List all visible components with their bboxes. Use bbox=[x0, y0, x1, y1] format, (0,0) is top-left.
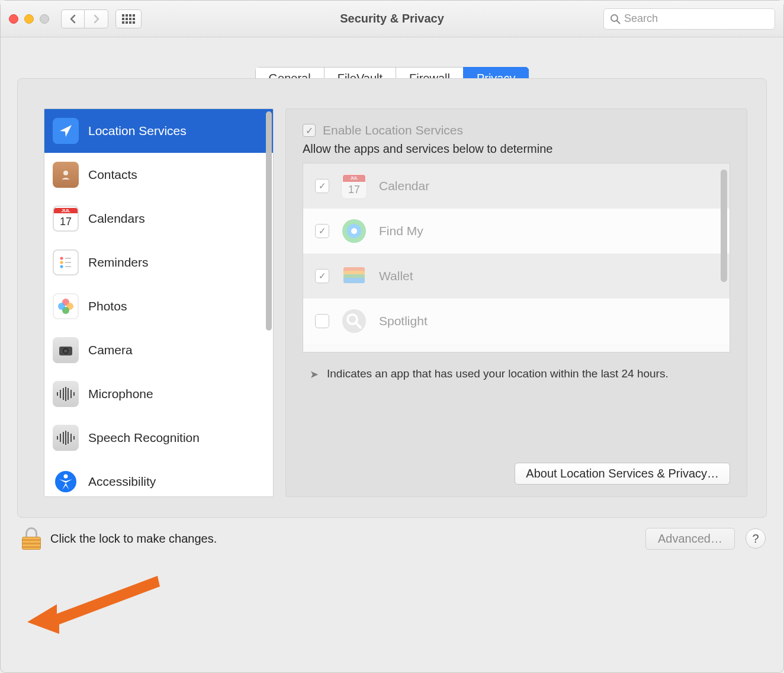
sidebar-item-speech-recognition[interactable]: Speech Recognition bbox=[44, 416, 273, 460]
location-usage-note: ➤ Indicates an app that has used your lo… bbox=[303, 366, 730, 383]
svg-point-39 bbox=[342, 309, 366, 333]
sidebar-item-accessibility[interactable]: Accessibility bbox=[44, 460, 273, 497]
sidebar-item-label: Photos bbox=[88, 299, 127, 313]
app-checkbox[interactable]: ✓ bbox=[315, 269, 329, 283]
microphone-icon bbox=[53, 381, 79, 407]
sidebar-item-label: Camera bbox=[88, 343, 133, 357]
sidebar-item-contacts[interactable]: Contacts bbox=[44, 153, 273, 197]
spotlight-app-icon bbox=[341, 308, 367, 334]
privacy-sidebar: Location Services Contacts Calendars Rem… bbox=[44, 108, 274, 497]
svg-line-1 bbox=[617, 21, 620, 24]
enable-location-label: Enable Location Services bbox=[323, 123, 463, 137]
lock-body-icon bbox=[22, 537, 41, 550]
sidebar-item-label: Contacts bbox=[88, 168, 137, 182]
svg-point-4 bbox=[60, 261, 63, 264]
app-row-calendar[interactable]: ✓ JUL 17 Calendar bbox=[303, 164, 730, 209]
svg-point-31 bbox=[64, 475, 68, 479]
lock-text: Click the lock to make changes. bbox=[50, 532, 217, 546]
speech-icon bbox=[53, 425, 79, 451]
enable-location-checkbox[interactable]: ✓ bbox=[303, 124, 316, 137]
sidebar-item-location-services[interactable]: Location Services bbox=[44, 109, 273, 153]
svg-marker-42 bbox=[27, 576, 160, 634]
app-name: Wallet bbox=[379, 269, 413, 283]
show-all-button[interactable] bbox=[115, 9, 142, 28]
app-row-spotlight[interactable]: Spotlight bbox=[303, 299, 730, 344]
instruction-text: Allow the apps and services below to det… bbox=[303, 142, 730, 156]
grid-icon bbox=[122, 14, 135, 24]
minimize-window-button[interactable] bbox=[24, 14, 34, 24]
svg-point-3 bbox=[60, 257, 63, 260]
app-row-wallet[interactable]: ✓ Wallet bbox=[303, 254, 730, 299]
app-name: Calendar bbox=[379, 179, 429, 193]
chevron-left-icon bbox=[69, 14, 76, 24]
search-input[interactable] bbox=[624, 12, 769, 25]
app-name: Spotlight bbox=[379, 314, 428, 328]
findmy-app-icon bbox=[341, 218, 367, 244]
nav-buttons bbox=[61, 9, 108, 28]
sidebar-item-label: Location Services bbox=[88, 124, 187, 138]
window-controls bbox=[9, 14, 49, 24]
lock-button[interactable] bbox=[21, 527, 42, 550]
svg-point-12 bbox=[58, 303, 65, 310]
main-panel: Location Services Contacts Calendars Rem… bbox=[17, 78, 767, 518]
zoom-window-button[interactable] bbox=[40, 14, 49, 24]
sidebar-item-microphone[interactable]: Microphone bbox=[44, 372, 273, 416]
enable-location-row: ✓ Enable Location Services bbox=[303, 123, 730, 137]
sidebar-item-calendars[interactable]: Calendars bbox=[44, 197, 273, 241]
sidebar-item-label: Accessibility bbox=[88, 475, 156, 489]
preferences-window: Security & Privacy General FileVault Fir… bbox=[0, 0, 784, 673]
sidebar-item-label: Microphone bbox=[88, 387, 153, 401]
sidebar-scrollbar[interactable] bbox=[266, 111, 272, 331]
sidebar-item-label: Calendars bbox=[88, 211, 145, 226]
calendars-icon bbox=[53, 206, 79, 232]
app-name: Find My bbox=[379, 224, 423, 238]
window-title: Security & Privacy bbox=[340, 12, 444, 25]
location-icon bbox=[53, 118, 79, 144]
search-icon bbox=[610, 14, 621, 24]
sidebar-item-camera[interactable]: Camera bbox=[44, 328, 273, 372]
help-button[interactable]: ? bbox=[746, 528, 766, 549]
titlebar: Security & Privacy bbox=[1, 1, 783, 37]
note-text: Indicates an app that has used your loca… bbox=[327, 366, 669, 383]
contacts-icon bbox=[53, 162, 79, 188]
app-row-findmy[interactable]: ✓ Find My bbox=[303, 209, 730, 254]
chevron-right-icon bbox=[93, 14, 100, 24]
accessibility-icon bbox=[53, 469, 79, 495]
svg-point-2 bbox=[63, 171, 68, 175]
wallet-app-icon bbox=[341, 263, 367, 289]
svg-rect-38 bbox=[343, 278, 365, 283]
footer: Click the lock to make changes. Advanced… bbox=[1, 518, 783, 558]
svg-point-15 bbox=[64, 350, 68, 353]
camera-icon bbox=[53, 337, 79, 363]
forward-button[interactable] bbox=[85, 9, 108, 28]
calendar-app-icon: JUL 17 bbox=[341, 173, 367, 199]
app-checkbox[interactable] bbox=[315, 314, 329, 328]
advanced-button[interactable]: Advanced… bbox=[645, 528, 735, 550]
reminders-icon bbox=[53, 249, 79, 275]
sidebar-item-photos[interactable]: Photos bbox=[44, 284, 273, 328]
back-button[interactable] bbox=[61, 9, 85, 28]
svg-point-34 bbox=[351, 228, 357, 234]
app-checkbox[interactable]: ✓ bbox=[315, 224, 329, 238]
sidebar-item-label: Reminders bbox=[88, 255, 149, 270]
privacy-content: ✓ Enable Location Services Allow the app… bbox=[285, 108, 747, 497]
about-location-button[interactable]: About Location Services & Privacy… bbox=[515, 463, 730, 485]
annotation-arrow-icon bbox=[27, 563, 163, 634]
svg-point-5 bbox=[60, 265, 63, 268]
close-window-button[interactable] bbox=[9, 14, 18, 24]
sidebar-item-reminders[interactable]: Reminders bbox=[44, 241, 273, 284]
location-arrow-icon: ➤ bbox=[310, 367, 319, 383]
search-field[interactable] bbox=[603, 8, 775, 30]
apps-list: ✓ JUL 17 Calendar ✓ Find My ✓ bbox=[303, 163, 730, 352]
sidebar-item-label: Speech Recognition bbox=[88, 431, 200, 445]
apps-scrollbar[interactable] bbox=[721, 169, 727, 282]
app-checkbox[interactable]: ✓ bbox=[315, 179, 329, 193]
photos-icon bbox=[53, 293, 79, 319]
